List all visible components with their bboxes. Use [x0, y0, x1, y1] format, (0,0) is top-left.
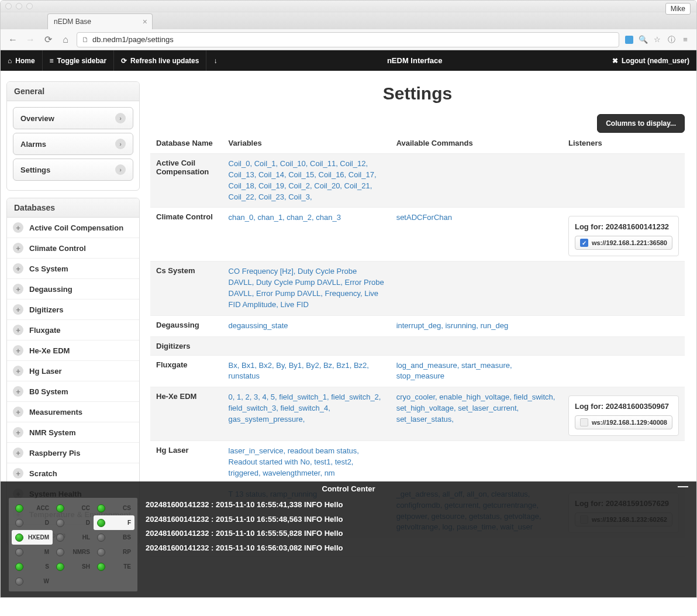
- variables-cell[interactable]: Bx, Bx1, Bx2, By, By1, By2, Bz, Bz1, Bz2…: [229, 361, 369, 381]
- profile-badge[interactable]: Mike: [665, 3, 691, 15]
- database-item[interactable]: +Fluxgate: [7, 320, 139, 340]
- minimize-icon[interactable]: —: [678, 484, 688, 488]
- toggle-sidebar-button[interactable]: ≡Toggle sidebar: [43, 50, 113, 71]
- home-icon[interactable]: ⌂: [59, 33, 72, 46]
- commands-cell[interactable]: cryo_cooler, enable_high_voltage, field_…: [396, 393, 555, 424]
- plus-icon: +: [13, 407, 23, 417]
- database-item[interactable]: +Measurements: [7, 402, 139, 422]
- variables-cell[interactable]: laser_in_service, readout beam status, R…: [229, 446, 359, 477]
- columns-to-display-button[interactable]: Columns to display...: [597, 114, 685, 133]
- plus-icon: +: [13, 222, 23, 233]
- db-name-cell: Fluxgate: [150, 355, 223, 387]
- database-item[interactable]: +Digitizers: [7, 300, 139, 320]
- database-item[interactable]: +Climate Control: [7, 238, 139, 259]
- general-item[interactable]: Alarms›: [13, 133, 133, 155]
- status-cell[interactable]: NMRS: [53, 545, 94, 559]
- status-cell[interactable]: HL: [53, 530, 94, 545]
- table-row: Climate Controlchan_0, chan_1, chan_2, c…: [150, 208, 685, 261]
- general-item[interactable]: Overview›: [13, 107, 133, 129]
- status-dot-icon: [97, 504, 105, 512]
- control-center-header[interactable]: Control Center —: [1, 481, 696, 495]
- variables-cell[interactable]: CO Frequency [Hz], Duty Cycle Probe DAVL…: [229, 267, 384, 309]
- status-dot-icon: [15, 563, 23, 571]
- th-commands: Available Commands: [391, 133, 563, 154]
- commands-cell[interactable]: interrupt_deg, isrunning, run_deg: [396, 321, 509, 330]
- status-cell[interactable]: CS: [94, 501, 134, 515]
- home-button[interactable]: ⌂Home: [1, 50, 42, 71]
- database-item[interactable]: +Active Coil Compensation: [7, 218, 139, 238]
- address-bar[interactable]: 🗋 db.nedm1/page/settings: [77, 32, 619, 47]
- page-title: Settings: [150, 84, 685, 104]
- databases-header: Databases: [7, 198, 139, 218]
- minimize-window-icon[interactable]: [16, 3, 22, 9]
- status-cell[interactable]: S: [12, 559, 53, 574]
- database-item[interactable]: +Hg Laser: [7, 361, 139, 381]
- db-name-cell: Cs System: [150, 261, 223, 315]
- status-cell[interactable]: TE: [94, 559, 134, 574]
- menu-icon[interactable]: ≡: [680, 35, 691, 45]
- database-item[interactable]: +B0 System: [7, 381, 139, 402]
- checkbox-icon[interactable]: [580, 418, 588, 426]
- log-title: Log for: 202481600141232: [575, 222, 672, 231]
- log-line: 202481600141232 : 2015-11-10 16:55:55,82…: [146, 526, 343, 541]
- variables-cell[interactable]: chan_0, chan_1, chan_2, chan_3: [229, 213, 341, 222]
- status-cell[interactable]: CC: [53, 501, 94, 515]
- status-cell[interactable]: D: [12, 515, 53, 530]
- database-item[interactable]: +NMR System: [7, 422, 139, 443]
- status-dot-icon: [15, 519, 23, 527]
- status-dot-icon: [15, 577, 23, 586]
- checkbox-checked-icon[interactable]: ✓: [580, 239, 588, 247]
- database-item[interactable]: +He-Xe EDM: [7, 340, 139, 361]
- refresh-button[interactable]: ⟳Refresh live updates: [114, 50, 206, 71]
- database-item[interactable]: +Cs System: [7, 259, 139, 279]
- reload-icon[interactable]: ⟳: [42, 33, 54, 46]
- status-cell[interactable]: W: [12, 574, 53, 589]
- commands-cell[interactable]: log_and_measure, start_measure, stop_mea…: [396, 361, 512, 381]
- database-item[interactable]: +Degaussing: [7, 279, 139, 300]
- table-row: Active Coil CompensationCoil_0, Coil_1, …: [150, 154, 685, 208]
- status-cell[interactable]: D: [53, 515, 94, 530]
- logout-button[interactable]: ✖Logout (nedm_user): [605, 50, 696, 71]
- status-dot-icon: [97, 548, 105, 556]
- status-cell[interactable]: M: [12, 545, 53, 559]
- status-cell[interactable]: SH: [53, 559, 94, 574]
- status-cell[interactable]: BS: [94, 530, 134, 545]
- variables-cell[interactable]: 0, 1, 2, 3, 4, 5, field_switch_1, field_…: [229, 393, 381, 424]
- plus-icon: +: [13, 427, 23, 438]
- info-icon[interactable]: ⓘ: [666, 35, 677, 45]
- status-cell[interactable]: RP: [94, 545, 134, 559]
- window-titlebar: [1, 1, 696, 12]
- status-cell[interactable]: HXEDM: [12, 530, 53, 545]
- db-name-cell: He-Xe EDM: [150, 387, 223, 441]
- browser-tab[interactable]: nEDM Base ×: [47, 13, 153, 29]
- commands-cell[interactable]: setADCForChan: [396, 213, 452, 222]
- database-item[interactable]: +Scratch: [7, 463, 139, 484]
- back-icon[interactable]: ←: [6, 33, 19, 46]
- plus-icon: +: [13, 345, 23, 356]
- status-cell[interactable]: ACC: [12, 501, 53, 515]
- plus-icon: +: [13, 366, 23, 376]
- database-item[interactable]: +Raspberry Pis: [7, 443, 139, 463]
- general-panel: General Overview›Alarms›Settings›: [6, 81, 140, 191]
- extension-icon[interactable]: [624, 35, 634, 45]
- general-item[interactable]: Settings›: [13, 159, 133, 181]
- forward-icon[interactable]: →: [24, 33, 37, 46]
- bookmark-icon[interactable]: ☆: [652, 35, 663, 45]
- close-tab-icon[interactable]: ×: [143, 17, 147, 26]
- log-title: Log for: 202481600350967: [575, 402, 672, 411]
- url-text: db.nedm1/page/settings: [92, 35, 174, 44]
- status-dot-icon: [15, 548, 23, 556]
- ws-url: ws://192.168.1.221:36580: [592, 239, 667, 246]
- tab-title: nEDM Base: [54, 18, 91, 26]
- ws-badge[interactable]: ws://192.168.1.129:40008: [575, 415, 672, 429]
- zoom-icon[interactable]: 🔍: [638, 35, 648, 45]
- ws-badge[interactable]: ✓ws://192.168.1.221:36580: [575, 236, 672, 250]
- variables-cell[interactable]: degaussing_state: [229, 321, 288, 330]
- toolbar-right: 🔍 ☆ ⓘ ≡: [624, 35, 691, 45]
- variables-cell[interactable]: Coil_0, Coil_1, Coil_10, Coil_11, Coil_1…: [229, 159, 377, 201]
- status-cell[interactable]: F: [94, 515, 134, 530]
- general-header: General: [7, 82, 139, 101]
- zoom-window-icon[interactable]: [26, 3, 33, 9]
- download-button[interactable]: ↓: [206, 50, 224, 71]
- close-window-icon[interactable]: [5, 3, 12, 9]
